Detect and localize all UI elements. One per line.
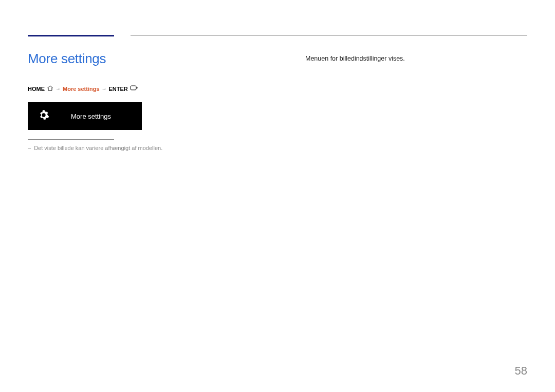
breadcrumb-more-settings: More settings	[63, 86, 100, 92]
note-dash: –	[28, 145, 31, 151]
svg-rect-0	[131, 86, 136, 90]
breadcrumb-arrow: →	[102, 86, 107, 91]
breadcrumb-arrow: →	[55, 86, 61, 91]
section-accent-bar	[28, 35, 114, 36]
more-settings-tile-label: More settings	[71, 113, 111, 120]
body-text: Menuen for billedindstillinger vises.	[305, 55, 527, 62]
page-number: 58	[515, 364, 527, 378]
note-line: – Det viste billede kan variere afhængig…	[28, 145, 202, 151]
left-column: More settings HOME → More settings → ENT…	[28, 51, 202, 151]
breadcrumb: HOME → More settings → ENTER	[28, 85, 202, 92]
breadcrumb-enter: ENTER	[109, 86, 128, 92]
right-column: Menuen for billedindstillinger vises.	[305, 51, 527, 151]
breadcrumb-home: HOME	[28, 86, 45, 92]
more-settings-tile: More settings	[28, 102, 142, 130]
top-divider	[131, 35, 527, 36]
note-divider	[28, 139, 114, 140]
enter-icon	[130, 85, 138, 92]
page-title: More settings	[28, 51, 202, 67]
note-text: Det viste billede kan variere afhængigt …	[34, 145, 162, 151]
home-icon	[47, 85, 53, 92]
gear-icon	[38, 109, 49, 123]
